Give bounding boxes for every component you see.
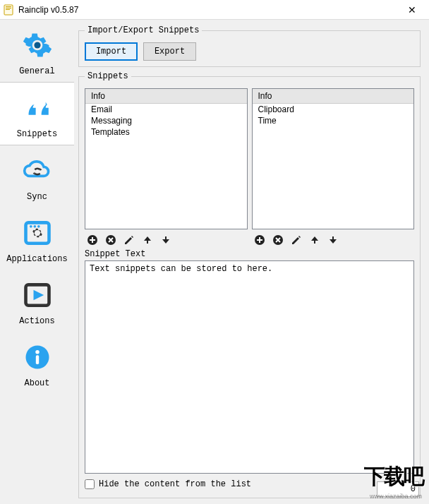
list-item[interactable]: Time: [253, 115, 414, 126]
sidebar-item-applications[interactable]: Applications: [0, 208, 74, 270]
remove-icon[interactable]: [272, 234, 284, 246]
edit-icon[interactable]: [123, 234, 135, 246]
footer-number-input[interactable]: [377, 481, 419, 497]
hide-content-checkbox[interactable]: [85, 479, 95, 489]
svg-point-11: [35, 350, 40, 354]
add-icon[interactable]: [253, 234, 266, 246]
import-export-legend: Import/Export Snippets: [85, 25, 202, 35]
edit-icon[interactable]: [290, 234, 303, 246]
move-down-icon[interactable]: [159, 234, 172, 246]
close-button[interactable]: ✕: [398, 0, 426, 20]
list-item[interactable]: Templates: [85, 126, 247, 138]
list-item[interactable]: Clipboard: [253, 104, 414, 115]
svg-point-6: [30, 225, 32, 228]
hide-content-label: Hide the content from the list: [99, 479, 251, 489]
hide-content-row[interactable]: Hide the content from the list: [85, 474, 414, 492]
move-down-icon[interactable]: [327, 234, 339, 246]
snippets-group: Snippets Info Email Messaging Templates …: [78, 71, 421, 498]
sidebar-item-label: Applications: [6, 254, 67, 264]
main-panel: Import/Export Snippets Import Export Sni…: [74, 20, 429, 504]
sidebar-item-label: Snippets: [17, 129, 58, 139]
sidebar-item-label: Actions: [19, 316, 54, 326]
info-icon: [19, 339, 56, 376]
svg-point-8: [37, 225, 40, 228]
svg-rect-3: [6, 9, 10, 10]
sidebar-item-sync[interactable]: Sync: [0, 145, 74, 208]
footer: [377, 481, 419, 497]
left-toolbar: [86, 234, 246, 246]
sidebar-item-about[interactable]: About: [0, 332, 74, 394]
svg-rect-1: [6, 6, 11, 7]
svg-point-4: [34, 42, 40, 48]
sidebar-item-label: About: [24, 378, 49, 388]
sidebar-item-actions[interactable]: Actions: [0, 270, 74, 332]
list-header[interactable]: Info: [253, 89, 414, 104]
svg-rect-12: [35, 355, 38, 364]
play-icon: [19, 277, 56, 313]
content: General Snippets Sync Applications Actio…: [0, 20, 429, 504]
gear-icon: [19, 27, 56, 64]
sidebar-item-label: Sync: [27, 192, 47, 202]
remove-icon[interactable]: [104, 234, 117, 246]
svg-rect-5: [25, 222, 49, 243]
applications-icon: [19, 215, 56, 251]
list-header[interactable]: Info: [85, 89, 247, 104]
move-up-icon[interactable]: [141, 234, 154, 246]
quotes-icon: [19, 90, 56, 126]
sidebar-item-general[interactable]: General: [0, 20, 74, 82]
snippets-list-right[interactable]: Info Clipboard Time: [252, 88, 415, 229]
right-toolbar: [253, 234, 413, 246]
snippets-legend: Snippets: [85, 71, 131, 81]
snippet-text-label: Snippet Text: [85, 246, 414, 260]
sidebar-item-label: General: [19, 66, 54, 76]
svg-point-7: [33, 225, 36, 228]
window-title: Rainclip v0.5.87: [18, 5, 398, 15]
sidebar-item-snippets[interactable]: Snippets: [0, 82, 74, 145]
cloud-sync-icon: [19, 152, 56, 189]
list-item[interactable]: Messaging: [85, 115, 247, 126]
add-icon[interactable]: [86, 234, 99, 246]
list-item[interactable]: Email: [85, 104, 247, 115]
snippets-list-left[interactable]: Info Email Messaging Templates: [85, 88, 248, 229]
move-up-icon[interactable]: [308, 234, 321, 246]
svg-rect-2: [6, 8, 11, 8]
import-export-group: Import/Export Snippets Import Export: [78, 25, 421, 67]
app-icon: [3, 4, 14, 16]
titlebar: Rainclip v0.5.87 ✕: [0, 0, 429, 20]
snippet-text-input[interactable]: [85, 260, 414, 474]
import-button[interactable]: Import: [85, 42, 138, 61]
sidebar: General Snippets Sync Applications Actio…: [0, 20, 74, 504]
export-button[interactable]: Export: [143, 42, 196, 61]
